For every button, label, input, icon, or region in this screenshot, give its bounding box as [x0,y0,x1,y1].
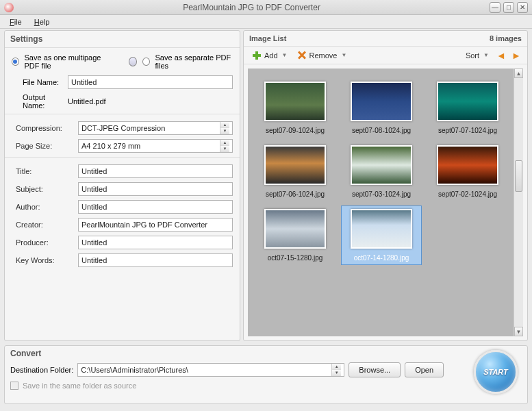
chevron-down-icon[interactable]: ▼ [483,52,489,58]
add-button[interactable]: Add ▼ [249,49,290,62]
menubar: File Help [0,15,532,29]
scrollbar[interactable]: ▲ ▼ [514,68,523,336]
compression-select[interactable]: DCT-JPEG Compression ▲▼ [78,121,233,135]
dest-folder-select[interactable]: C:\Users\Administrator\Pictures\ ▲▼ [77,363,344,377]
radio-save-one[interactable] [12,58,19,66]
author-label: Author: [12,203,75,211]
outputname-value: Untitled.pdf [68,97,106,105]
keywords-input[interactable] [78,253,233,267]
thumbnail-label: sept07-02-1024.jpg [438,190,497,198]
next-arrow-icon[interactable]: ► [511,51,522,60]
menu-file[interactable]: File [4,16,27,27]
pagesize-label: Page Size: [12,142,75,150]
list-item[interactable]: oct07-15-1280.jpg [255,206,335,265]
titlebar: PearlMountain JPG to PDF Converter — □ ✕ [0,0,532,15]
author-input[interactable] [78,200,233,214]
prev-arrow-icon[interactable]: ◄ [496,51,507,60]
keywords-label: Key Words: [12,256,75,264]
dest-value: C:\Users\Administrator\Pictures\ [81,366,188,374]
pagesize-value: A4 210 x 279 mm [81,142,140,150]
close-button[interactable]: ✕ [517,2,528,13]
thumbnail-label: sept07-07-1024.jpg [438,127,497,134]
same-folder-label: Save in the same folder as source [23,382,136,390]
window-title: PearlMountain JPG to PDF Converter [14,3,490,12]
list-item[interactable]: oct07-14-1280.jpg [341,206,422,265]
sort-button[interactable]: Sort ▼ [463,50,492,61]
list-item[interactable]: sept07-06-1024.jpg [255,142,335,201]
maximize-button[interactable]: □ [503,2,514,13]
thumbnail-image [264,145,326,185]
remove-label: Remove [309,51,338,60]
same-folder-checkbox[interactable] [10,382,18,390]
chevron-up-icon[interactable]: ▲ [220,140,229,146]
chevron-down-icon[interactable]: ▼ [220,128,229,134]
imagelist-title: Image List [249,34,286,42]
chevron-down-icon[interactable]: ▼ [341,52,346,58]
list-item[interactable]: sept07-03-1024.jpg [341,142,422,201]
radio-save-separate-label: Save as separate PDF files [155,53,233,70]
chevron-down-icon[interactable]: ▼ [282,52,288,58]
thumbnail-label: sept07-06-1024.jpg [266,190,325,198]
settings-panel: Settings Save as one multipage PDF file … [4,30,240,341]
menu-help[interactable]: Help [29,16,55,27]
thumbnail-image [264,209,326,249]
list-item[interactable]: sept07-08-1024.jpg [341,78,422,138]
outputname-label: Output Name: [12,93,65,110]
list-item[interactable]: sept07-07-1024.jpg [427,78,508,138]
thumbnail-image [351,82,412,121]
thumbnail-image [264,82,326,121]
subject-label: Subject: [12,185,75,193]
minimize-button[interactable]: — [490,2,501,13]
thumbnail-image [437,82,498,121]
thumbnail-label: sept07-09-1024.jpg [266,127,325,134]
chevron-up-icon[interactable]: ▲ [332,364,341,370]
filename-label: File Name: [12,78,65,86]
start-button[interactable]: START [474,350,518,394]
sort-label: Sort [466,51,479,60]
start-label: START [483,368,508,376]
compression-label: Compression: [12,124,75,132]
filename-input[interactable] [68,75,233,89]
add-label: Add [264,51,278,60]
plus-icon [252,51,262,60]
imagelist-panel: Image List 8 images Add ▼ Remove ▼ Sort … [243,30,528,341]
browse-button[interactable]: Browse... [349,362,401,377]
radio-save-separate[interactable] [142,58,150,66]
thumbnail-label: oct07-15-1280.jpg [268,254,323,262]
producer-input[interactable] [78,236,233,249]
scroll-down-icon[interactable]: ▼ [514,327,523,336]
open-button[interactable]: Open [405,362,444,377]
subject-input[interactable] [78,182,233,196]
thumbnail-label: oct07-14-1280.jpg [354,254,409,262]
remove-button[interactable]: Remove ▼ [294,49,350,62]
thumbnail-label: sept07-08-1024.jpg [352,127,411,134]
pagesize-select[interactable]: A4 210 x 279 mm ▲▼ [78,139,233,153]
convert-title: Convert [10,349,522,358]
thumbnail-image [351,209,412,249]
scrollbar-thumb[interactable] [515,160,522,192]
compression-value: DCT-JPEG Compression [81,124,165,132]
creator-label: Creator: [12,221,75,229]
title-label: Title: [12,167,75,175]
chevron-down-icon[interactable]: ▼ [220,146,229,152]
creator-input[interactable] [78,218,233,232]
chevron-up-icon[interactable]: ▲ [220,122,229,128]
scrollbar-track[interactable] [514,78,523,327]
thumbnail-image [437,145,498,185]
title-input[interactable] [78,164,233,178]
scroll-up-icon[interactable]: ▲ [514,68,523,78]
list-item[interactable]: sept07-09-1024.jpg [255,78,335,138]
thumbnail-label: sept07-03-1024.jpg [352,190,411,198]
radio-save-one-label: Save as one multipage PDF file [25,53,114,70]
dest-label: Destination Folder: [10,366,73,374]
list-item[interactable]: sept07-02-1024.jpg [427,142,508,201]
thumbnail-grid: sept07-09-1024.jpg sept07-08-1024.jpg se… [248,68,514,336]
imagelist-toolbar: Add ▼ Remove ▼ Sort ▼ ◄ ► [244,47,527,64]
thumbnail-image [351,145,412,185]
convert-panel: Convert Destination Folder: C:\Users\Adm… [4,345,528,404]
settings-title: Settings [5,31,240,48]
imagelist-count: 8 images [490,34,522,42]
producer-label: Producer: [12,238,75,247]
chevron-down-icon[interactable]: ▼ [332,370,341,376]
radio-save-separate-icon [129,57,137,66]
